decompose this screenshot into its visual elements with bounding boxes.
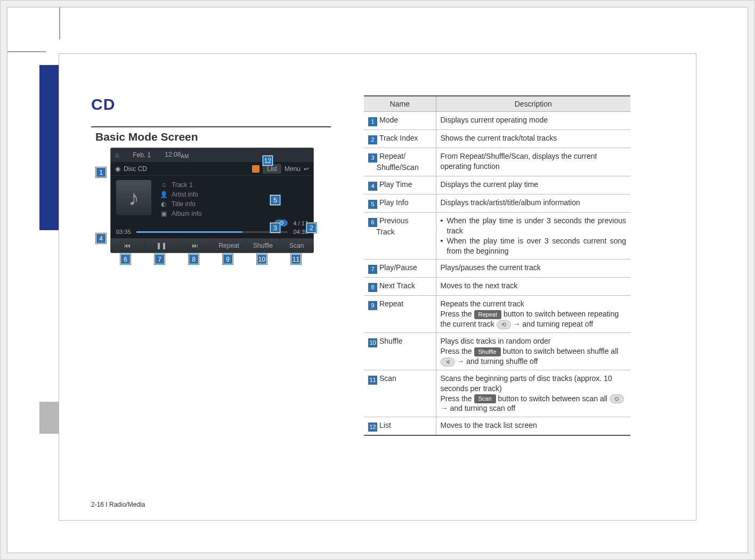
table-row: 3Repeat/ Shuffle/ScanFrom Repeat/Shuffle… — [364, 148, 630, 176]
row-desc-cell: Repeats the current trackPress the Repea… — [436, 296, 630, 333]
row-number-badge: 9 — [368, 301, 377, 310]
row-number-badge: 11 — [368, 376, 377, 385]
artist-name: Artist info — [172, 191, 198, 198]
mode-label: Disc CD — [124, 165, 147, 173]
album-art: ♪ — [116, 180, 151, 215]
callout-3: 3 — [270, 223, 280, 233]
right-column: Name Description 1ModeDisplays current o… — [364, 95, 630, 436]
mode-icon: ⤨ — [441, 358, 455, 367]
status-indicator-icon — [252, 165, 259, 173]
repeat-button[interactable]: Repeat — [213, 239, 247, 253]
indicator-row: ⟲ 4 / 17 — [111, 220, 313, 229]
album-name: Album info — [172, 210, 202, 217]
title-icon: ◐ — [160, 200, 167, 208]
callout-5: 5 — [270, 195, 280, 205]
desc-line: Repeats the current track — [441, 299, 627, 309]
table-row: 10ShufflePlays disc tracks in random ord… — [364, 333, 630, 370]
row-number-badge: 5 — [368, 200, 377, 209]
table-row: 1ModeDisplays current operating mode — [364, 112, 630, 130]
row-desc-cell: Moves to the track list screen — [436, 417, 630, 436]
row-number-badge: 7 — [368, 265, 377, 274]
play-info: ♫Track 1 👤Artist info ◐Title info ▣Album… — [160, 180, 308, 217]
album-icon: ▣ — [160, 210, 167, 217]
mode-icon: ⊙ — [610, 394, 624, 403]
section-title: Basic Mode Screen — [91, 126, 331, 143]
callout-9: 9 — [223, 254, 233, 264]
row-name-label: Play Info — [379, 198, 408, 207]
row-name-label: Repeat — [379, 299, 403, 308]
row-name-label: Next Track — [379, 281, 415, 290]
desc-line: Press the Repeat button to switch betwee… — [441, 309, 627, 329]
time-total: 04:35 — [293, 229, 308, 235]
device-screenshot: ⌂ Feb. 1 12:08AM ◉ Disc CD Li — [110, 148, 314, 253]
menu-button[interactable]: Menu — [285, 165, 301, 173]
table-row: 11ScanScans the beginning parts of disc … — [364, 370, 630, 417]
next-button[interactable]: ⏭ — [178, 239, 213, 253]
scan-button[interactable]: Scan — [280, 239, 314, 253]
progress-row: 03:35 04:35 — [111, 229, 313, 238]
row-name-cell: 5Play Info — [364, 194, 436, 212]
row-name-cell: 2Track Index — [364, 130, 436, 148]
artist-icon: 👤 — [160, 191, 167, 198]
progress-bar[interactable] — [136, 231, 288, 233]
callout-7: 7 — [155, 254, 165, 264]
row-desc-cell: Displays the current play time — [436, 176, 630, 194]
row-name-cell: 4Play Time — [364, 176, 436, 194]
desc-line: Plays disc tracks in random order — [441, 336, 627, 346]
callout-1: 1 — [96, 167, 106, 177]
back-icon[interactable]: ↩ — [304, 165, 309, 173]
table-row: 2Track IndexShows the current track/tota… — [364, 130, 630, 148]
row-name-cell: 9Repeat — [364, 296, 436, 333]
table-row: 12ListMoves to the track list screen — [364, 417, 630, 436]
row-name-cell: 11Scan — [364, 370, 436, 417]
table-row: 7Play/PausePlays/pauses the current trac… — [364, 259, 630, 278]
row-name-cell: 6Previous Track — [364, 212, 436, 259]
row-desc-cell: From Repeat/Shuffle/Scan, displays the c… — [436, 148, 630, 176]
pause-button[interactable]: ❚❚ — [145, 239, 179, 253]
now-playing-body: ♪ ♫Track 1 👤Artist info ◐Title info ▣Alb… — [111, 176, 313, 220]
mode-icon: ⟲ — [497, 320, 511, 329]
row-desc-cell: Scans the beginning parts of disc tracks… — [436, 370, 630, 417]
table-row: 4Play TimeDisplays the current play time — [364, 176, 630, 194]
mode-left: ◉ Disc CD — [115, 165, 147, 173]
time-elapsed: 03:35 — [116, 229, 131, 235]
row-desc-cell: Plays disc tracks in random orderPress t… — [436, 333, 630, 370]
row-name-label: Scan — [379, 374, 396, 383]
row-desc-cell: Shows the current track/total tracks — [436, 130, 630, 148]
page-title: CD — [91, 95, 331, 113]
row-desc-cell: Moves to the next track — [436, 278, 630, 296]
row-name-label: Track Index — [379, 134, 418, 142]
callout-12: 12 — [263, 156, 273, 166]
desc-line: Scans the beginning parts of disc tracks… — [441, 374, 627, 394]
table-row: 8Next TrackMoves to the next track — [364, 278, 630, 296]
crop-mark-left — [7, 51, 46, 52]
crop-mark-top — [59, 7, 60, 39]
row-name-label: Mode — [379, 116, 398, 124]
row-desc-cell: Displays current operating mode — [436, 112, 630, 130]
row-name-label: Play/Pause — [379, 263, 417, 272]
header-description: Description — [436, 96, 630, 112]
row-name-cell: 8Next Track — [364, 278, 436, 296]
controls-row: ⏮ ❚❚ ⏭ Repeat Shuffle Scan — [111, 238, 313, 253]
button-chip: Scan — [474, 394, 496, 403]
side-tab-gray — [39, 402, 59, 434]
desc-line: Press the Shuffle button to switch betwe… — [441, 346, 627, 367]
callout-10: 10 — [257, 254, 267, 264]
callout-4: 4 — [96, 233, 106, 244]
callout-2: 2 — [306, 223, 316, 233]
list-item: When the play time is under 3 seconds th… — [441, 216, 627, 236]
home-icon: ⌂ — [115, 151, 119, 159]
prev-button[interactable]: ⏮ — [111, 239, 145, 253]
row-number-badge: 12 — [368, 423, 377, 432]
note-icon: ♫ — [160, 181, 167, 189]
shuffle-button[interactable]: Shuffle — [246, 239, 280, 253]
row-number-badge: 1 — [368, 117, 377, 126]
callout-8: 8 — [189, 254, 199, 264]
row-name-cell: 7Play/Pause — [364, 259, 436, 278]
row-name-cell: 1Mode — [364, 112, 436, 130]
page-frame: CD Basic Mode Screen ⌂ Feb. 1 12:08AM ◉ … — [0, 0, 755, 560]
table-row: 5Play InfoDisplays track/artist/title/al… — [364, 194, 630, 212]
table-row: 9RepeatRepeats the current trackPress th… — [364, 296, 630, 333]
row-name-label: Shuffle — [379, 337, 402, 345]
row-name-cell: 10Shuffle — [364, 333, 436, 370]
